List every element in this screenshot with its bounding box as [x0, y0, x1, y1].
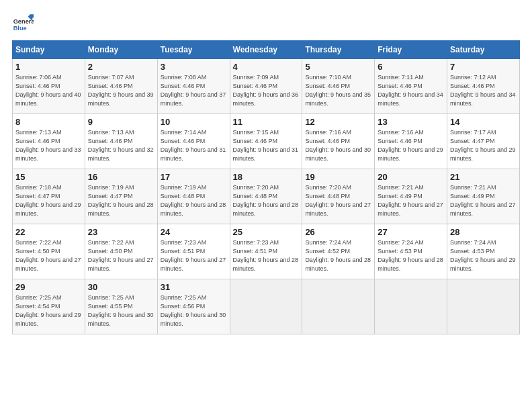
day-info: Sunrise: 7:21 AMSunset: 4:49 PMDaylight:…	[378, 184, 443, 217]
day-number: 6	[378, 62, 444, 72]
day-number: 28	[450, 227, 517, 237]
day-number: 10	[161, 117, 227, 127]
calendar-cell: 15Sunrise: 7:18 AMSunset: 4:47 PMDayligh…	[13, 169, 85, 224]
day-number: 31	[161, 282, 227, 292]
calendar-cell: 31Sunrise: 7:25 AMSunset: 4:56 PMDayligh…	[157, 279, 230, 334]
day-info: Sunrise: 7:15 AMSunset: 4:46 PMDaylight:…	[233, 129, 299, 162]
day-info: Sunrise: 7:22 AMSunset: 4:50 PMDaylight:…	[15, 239, 81, 272]
page: General Blue SundayMondayTuesdayWednesda…	[0, 0, 532, 342]
svg-text:Blue: Blue	[13, 25, 27, 32]
day-info: Sunrise: 7:24 AMSunset: 4:53 PMDaylight:…	[450, 239, 516, 272]
day-number: 26	[305, 227, 371, 237]
header: General Blue	[12, 12, 520, 34]
day-number: 3	[161, 62, 227, 72]
day-info: Sunrise: 7:25 AMSunset: 4:54 PMDaylight:…	[15, 294, 81, 327]
day-info: Sunrise: 7:16 AMSunset: 4:46 PMDaylight:…	[305, 129, 371, 162]
day-number: 7	[450, 62, 517, 72]
day-info: Sunrise: 7:10 AMSunset: 4:46 PMDaylight:…	[305, 74, 371, 107]
day-number: 18	[233, 172, 300, 182]
day-info: Sunrise: 7:13 AMSunset: 4:46 PMDaylight:…	[15, 129, 81, 162]
day-number: 2	[88, 62, 154, 72]
day-info: Sunrise: 7:16 AMSunset: 4:46 PMDaylight:…	[378, 129, 443, 162]
day-info: Sunrise: 7:14 AMSunset: 4:46 PMDaylight:…	[161, 129, 226, 162]
logo-icon: General Blue	[12, 12, 34, 34]
calendar-cell: 19Sunrise: 7:20 AMSunset: 4:48 PMDayligh…	[302, 169, 375, 224]
calendar-cell: 17Sunrise: 7:19 AMSunset: 4:48 PMDayligh…	[157, 169, 230, 224]
day-info: Sunrise: 7:08 AMSunset: 4:46 PMDaylight:…	[161, 74, 226, 107]
calendar-cell	[230, 279, 302, 334]
day-number: 22	[15, 227, 82, 237]
header-cell-monday: Monday	[85, 41, 157, 59]
calendar-week-1: 1Sunrise: 7:06 AMSunset: 4:46 PMDaylight…	[13, 59, 520, 114]
day-info: Sunrise: 7:23 AMSunset: 4:51 PMDaylight:…	[161, 239, 226, 272]
calendar-cell	[375, 279, 447, 334]
day-info: Sunrise: 7:06 AMSunset: 4:46 PMDaylight:…	[15, 74, 81, 107]
calendar-cell: 11Sunrise: 7:15 AMSunset: 4:46 PMDayligh…	[230, 114, 302, 169]
calendar-cell: 22Sunrise: 7:22 AMSunset: 4:50 PMDayligh…	[13, 224, 85, 279]
day-info: Sunrise: 7:18 AMSunset: 4:47 PMDaylight:…	[15, 184, 81, 217]
day-number: 24	[161, 227, 227, 237]
day-info: Sunrise: 7:17 AMSunset: 4:47 PMDaylight:…	[450, 129, 516, 162]
calendar-cell: 6Sunrise: 7:11 AMSunset: 4:46 PMDaylight…	[375, 59, 447, 114]
calendar-cell: 27Sunrise: 7:24 AMSunset: 4:53 PMDayligh…	[375, 224, 447, 279]
day-number: 20	[378, 172, 444, 182]
calendar-cell: 14Sunrise: 7:17 AMSunset: 4:47 PMDayligh…	[447, 114, 520, 169]
day-number: 1	[15, 62, 82, 72]
day-info: Sunrise: 7:24 AMSunset: 4:53 PMDaylight:…	[378, 239, 443, 272]
day-info: Sunrise: 7:25 AMSunset: 4:56 PMDaylight:…	[161, 294, 226, 327]
calendar-week-3: 15Sunrise: 7:18 AMSunset: 4:47 PMDayligh…	[13, 169, 520, 224]
day-info: Sunrise: 7:21 AMSunset: 4:49 PMDaylight:…	[450, 184, 516, 217]
calendar-cell	[447, 279, 520, 334]
calendar-cell: 1Sunrise: 7:06 AMSunset: 4:46 PMDaylight…	[13, 59, 85, 114]
calendar-table: SundayMondayTuesdayWednesdayThursdayFrid…	[12, 40, 520, 334]
calendar-week-5: 29Sunrise: 7:25 AMSunset: 4:54 PMDayligh…	[13, 279, 520, 334]
calendar-week-2: 8Sunrise: 7:13 AMSunset: 4:46 PMDaylight…	[13, 114, 520, 169]
calendar-cell: 25Sunrise: 7:23 AMSunset: 4:51 PMDayligh…	[230, 224, 302, 279]
day-number: 11	[233, 117, 300, 127]
calendar-cell: 5Sunrise: 7:10 AMSunset: 4:46 PMDaylight…	[302, 59, 375, 114]
calendar-cell: 24Sunrise: 7:23 AMSunset: 4:51 PMDayligh…	[157, 224, 230, 279]
calendar-cell: 20Sunrise: 7:21 AMSunset: 4:49 PMDayligh…	[375, 169, 447, 224]
logo: General Blue	[12, 12, 34, 34]
day-info: Sunrise: 7:19 AMSunset: 4:48 PMDaylight:…	[161, 184, 226, 217]
day-number: 12	[305, 117, 371, 127]
header-cell-wednesday: Wednesday	[230, 41, 302, 59]
day-number: 21	[450, 172, 517, 182]
calendar-cell: 10Sunrise: 7:14 AMSunset: 4:46 PMDayligh…	[157, 114, 230, 169]
calendar-week-4: 22Sunrise: 7:22 AMSunset: 4:50 PMDayligh…	[13, 224, 520, 279]
day-info: Sunrise: 7:25 AMSunset: 4:55 PMDaylight:…	[88, 294, 154, 327]
day-info: Sunrise: 7:12 AMSunset: 4:46 PMDaylight:…	[450, 74, 516, 107]
calendar-cell: 23Sunrise: 7:22 AMSunset: 4:50 PMDayligh…	[85, 224, 157, 279]
day-info: Sunrise: 7:23 AMSunset: 4:51 PMDaylight:…	[233, 239, 299, 272]
day-number: 27	[378, 227, 444, 237]
day-number: 25	[233, 227, 300, 237]
day-number: 8	[15, 117, 82, 127]
day-info: Sunrise: 7:13 AMSunset: 4:46 PMDaylight:…	[88, 129, 154, 162]
day-info: Sunrise: 7:09 AMSunset: 4:46 PMDaylight:…	[233, 74, 299, 107]
calendar-cell: 4Sunrise: 7:09 AMSunset: 4:46 PMDaylight…	[230, 59, 302, 114]
header-cell-thursday: Thursday	[302, 41, 375, 59]
calendar-cell: 12Sunrise: 7:16 AMSunset: 4:46 PMDayligh…	[302, 114, 375, 169]
calendar-cell: 21Sunrise: 7:21 AMSunset: 4:49 PMDayligh…	[447, 169, 520, 224]
day-number: 5	[305, 62, 371, 72]
day-number: 23	[88, 227, 154, 237]
day-info: Sunrise: 7:11 AMSunset: 4:46 PMDaylight:…	[378, 74, 443, 107]
day-number: 9	[88, 117, 154, 127]
calendar-cell: 30Sunrise: 7:25 AMSunset: 4:55 PMDayligh…	[85, 279, 157, 334]
day-info: Sunrise: 7:24 AMSunset: 4:52 PMDaylight:…	[305, 239, 371, 272]
day-info: Sunrise: 7:20 AMSunset: 4:48 PMDaylight:…	[305, 184, 371, 217]
day-number: 17	[161, 172, 227, 182]
calendar-header-row: SundayMondayTuesdayWednesdayThursdayFrid…	[13, 41, 520, 59]
calendar-cell: 29Sunrise: 7:25 AMSunset: 4:54 PMDayligh…	[13, 279, 85, 334]
day-number: 30	[88, 282, 154, 292]
day-number: 15	[15, 172, 82, 182]
day-info: Sunrise: 7:19 AMSunset: 4:47 PMDaylight:…	[88, 184, 154, 217]
day-number: 16	[88, 172, 154, 182]
day-info: Sunrise: 7:07 AMSunset: 4:46 PMDaylight:…	[88, 74, 154, 107]
calendar-cell	[302, 279, 375, 334]
header-cell-sunday: Sunday	[13, 41, 85, 59]
day-info: Sunrise: 7:20 AMSunset: 4:48 PMDaylight:…	[233, 184, 299, 217]
calendar-cell: 2Sunrise: 7:07 AMSunset: 4:46 PMDaylight…	[85, 59, 157, 114]
calendar-cell: 9Sunrise: 7:13 AMSunset: 4:46 PMDaylight…	[85, 114, 157, 169]
day-number: 19	[305, 172, 371, 182]
